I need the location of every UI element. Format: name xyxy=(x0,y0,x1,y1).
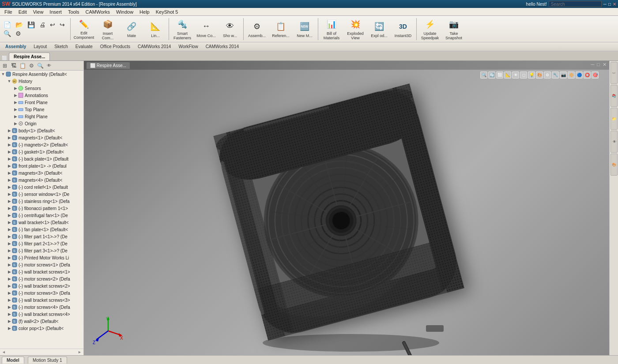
close-icon[interactable]: ✕ xyxy=(613,2,616,7)
expand-icon[interactable]: ▶ xyxy=(7,128,11,133)
menu-camworks[interactable]: CAMWorks xyxy=(83,9,113,15)
minimize-icon[interactable]: ─ xyxy=(603,2,607,7)
tree-item-31[interactable]: ▶S(-) motor screws<3> (Defa xyxy=(0,289,83,296)
expand-icon[interactable]: ▶ xyxy=(13,114,18,119)
expand-icon[interactable]: ▶ xyxy=(7,255,11,260)
toolbar2-evaluate[interactable]: Evaluate xyxy=(72,43,96,50)
expand-icon[interactable]: ▶ xyxy=(7,263,11,267)
expand-icon[interactable]: ▶ xyxy=(7,143,11,147)
tree-item-20[interactable]: ▶S(-) centrifugal fan<1> (De xyxy=(0,212,83,219)
tree-item-5[interactable]: ▶Top Plane xyxy=(0,106,83,113)
save-icon[interactable]: 💾 xyxy=(26,21,37,29)
lin-btn[interactable]: 📐 Lin... xyxy=(144,17,167,41)
lp-home-btn[interactable]: ⊞ xyxy=(1,62,9,70)
tree-item-32[interactable]: ▶S(-) wall bracket screws<3> xyxy=(0,296,83,304)
menu-insert[interactable]: Insert xyxy=(47,9,64,15)
tree-item-14[interactable]: ▶Smagnets<3> (Default< xyxy=(0,169,83,176)
tree-item-27[interactable]: ▶S(-) motor screws<1> (Defa xyxy=(0,261,83,268)
expand-icon[interactable]: ▶ xyxy=(7,241,11,246)
tree-item-26[interactable]: ▶S(-) Printed Motor Works Li xyxy=(0,254,83,261)
expand-icon[interactable]: ▶ xyxy=(13,86,18,90)
toolbar2-layout[interactable]: Layout xyxy=(30,43,50,50)
update-speedpak-btn[interactable]: ⚡ Update Speedpak xyxy=(418,17,441,41)
tree-item-35[interactable]: ▶S(f) wall<2> (Default< xyxy=(0,318,83,325)
menu-keyshot[interactable]: KeyShot 5 xyxy=(153,9,181,15)
expand-icon[interactable]: ▶ xyxy=(7,284,11,288)
expand-icon[interactable]: ▶ xyxy=(7,206,11,210)
print-icon[interactable]: 🖨 xyxy=(38,21,47,29)
expand-icon[interactable]: ▶ xyxy=(7,157,11,161)
bill-materials-btn[interactable]: 📊 Bill of Materials xyxy=(320,17,343,41)
tree-item-10[interactable]: ▶S(-) magnets<2> (Default< xyxy=(0,141,83,148)
menu-tools[interactable]: Tools xyxy=(65,9,82,15)
tree-item-25[interactable]: ▶S(-) filter part 3<1>->? (De xyxy=(0,247,83,254)
expand-icon[interactable]: ▶ xyxy=(7,164,11,168)
instant3d-btn[interactable]: 3D Instant3D xyxy=(392,17,415,41)
rp-btn-3[interactable]: 📁 xyxy=(610,108,618,130)
expand-icon[interactable]: ▶ xyxy=(7,234,11,239)
expand-icon[interactable]: ▶ xyxy=(7,298,11,302)
expand-icon[interactable]: ▶ xyxy=(13,100,18,105)
edit-component-btn[interactable]: ✏️ Edit Component xyxy=(72,17,95,41)
tree-item-28[interactable]: ▶S(-) wall bracket screws<1> xyxy=(0,268,83,275)
tree-item-17[interactable]: ▶S(-) sensor window<1> (De xyxy=(0,191,83,198)
lp-property-btn[interactable]: 📋 xyxy=(19,62,26,70)
tree-item-33[interactable]: ▶S(-) motor screws<4> (Defa xyxy=(0,304,83,311)
expand-icon[interactable]: ▼ xyxy=(1,72,5,76)
scroll-left-btn[interactable]: ◄ xyxy=(2,350,6,354)
expand-icon[interactable]: ▶ xyxy=(7,319,11,323)
tree-item-7[interactable]: ▶Origin xyxy=(0,120,83,127)
viewport-close-btn[interactable]: ✕ xyxy=(602,62,607,68)
options-icon[interactable]: ⚙ xyxy=(14,30,23,38)
tree-item-12[interactable]: ▶S(-) back plate<1> (Default xyxy=(0,155,83,162)
tree-item-18[interactable]: ▶S(-) stainless ring<1> (Defa xyxy=(0,198,83,205)
tree-item-29[interactable]: ▶S(-) motor screws<2> (Defa xyxy=(0,275,83,282)
expand-icon[interactable]: ▶ xyxy=(7,326,11,330)
tree-item-30[interactable]: ▶S(-) wall bracket screws<2> xyxy=(0,282,83,289)
tree-item-3[interactable]: ▶Annotations xyxy=(0,92,83,99)
move-component-btn[interactable]: ↔ Move Co... xyxy=(195,17,218,41)
lp-config-btn[interactable]: ⚙ xyxy=(27,62,35,70)
open-icon[interactable]: 📂 xyxy=(14,21,25,29)
rp-btn-1[interactable]: ⟩ xyxy=(610,62,618,84)
tab-respire-asse[interactable]: Respire Asse... xyxy=(9,53,50,60)
toolbar2-assembly[interactable]: Assembly xyxy=(2,43,30,50)
undo-icon[interactable]: ↩ xyxy=(48,21,57,29)
expand-icon[interactable]: ▶ xyxy=(7,135,11,140)
tree-item-36[interactable]: ▶Scolor pop<1> (Default< xyxy=(0,325,83,332)
menu-edit[interactable]: Edit xyxy=(16,9,30,15)
tree-item-11[interactable]: ▶S(-) gasket<1> (Default< xyxy=(0,148,83,155)
expand-icon[interactable]: ▶ xyxy=(7,270,11,274)
motion-study-tab[interactable]: Motion Study 1 xyxy=(28,356,67,364)
tree-item-13[interactable]: ▶Sfront plate<1> -> (Defaul xyxy=(0,162,83,169)
expand-icon[interactable]: ▶ xyxy=(7,150,11,154)
tree-item-21[interactable]: ▶Swall bracket<1> (Default< xyxy=(0,219,83,226)
expand-icon[interactable]: ▶ xyxy=(7,199,11,203)
tree-item-4[interactable]: ▶Front Plane xyxy=(0,99,83,106)
menu-file[interactable]: File xyxy=(2,9,15,15)
tree-item-9[interactable]: ▶Smagnets<1> (Default< xyxy=(0,134,83,141)
tree-item-6[interactable]: ▶Right Plane xyxy=(0,113,83,120)
expand-icon[interactable]: ▶ xyxy=(13,107,18,112)
rp-btn-5[interactable]: 🎨 xyxy=(610,154,618,176)
expand-icon[interactable]: ▶ xyxy=(7,171,11,175)
expand-icon[interactable]: ▶ xyxy=(7,305,11,309)
lp-search-btn[interactable]: 🔍 xyxy=(36,62,44,70)
menu-help[interactable]: Help xyxy=(137,9,152,15)
scroll-right-btn[interactable]: ► xyxy=(78,350,82,354)
lp-feature-btn[interactable]: 🏗 xyxy=(10,62,18,70)
toolbar2-workflow[interactable]: WorkFlow xyxy=(175,43,201,50)
tree-item-34[interactable]: ▶S(-) wall bracket screws<4> xyxy=(0,311,83,318)
expand-icon[interactable]: ▶ xyxy=(7,220,11,225)
tree-item-1[interactable]: ▼HHistory xyxy=(0,78,83,85)
tree-item-23[interactable]: ▶S(-) filter part 1<1>->? (De xyxy=(0,233,83,240)
smart-fasteners-btn[interactable]: 🔩 Smart Fasteners xyxy=(171,17,194,41)
viewport-minimize-btn[interactable]: ─ xyxy=(590,62,595,68)
tree-item-8[interactable]: ▶Sbody<1> (Default< xyxy=(0,127,83,134)
lp-display-btn[interactable]: 👁 xyxy=(45,62,53,70)
expand-icon[interactable]: ▶ xyxy=(7,178,11,182)
expand-icon[interactable]: ▶ xyxy=(7,213,11,218)
expand-icon[interactable]: ▶ xyxy=(7,277,11,281)
take-snapshot-btn[interactable]: 📷 Take Snapshot xyxy=(442,17,465,41)
tree-item-24[interactable]: ▶S(-) filter part 2<1>->? (De xyxy=(0,240,83,247)
